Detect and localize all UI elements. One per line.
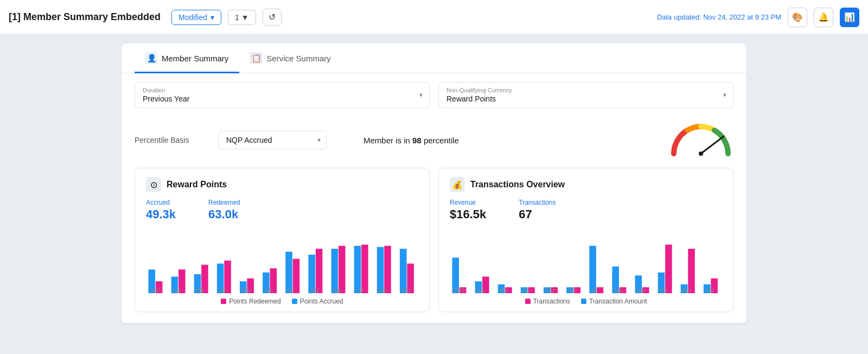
refresh-icon: ↺ [269, 12, 276, 22]
transactions-count-metric: Transactions 67 [519, 199, 556, 222]
svg-text:Feb: Feb [476, 287, 485, 293]
percentile-result-text: Member is in 98 percentile [363, 136, 459, 145]
legend-amount: Transaction Amount [581, 298, 647, 305]
page-title: [1] Member Summary Embedded [9, 11, 161, 23]
palette-button[interactable]: 🎨 [788, 8, 807, 27]
duration-dropdown[interactable]: Duration Previous Year ▾ [135, 82, 430, 108]
svg-text:2022: 2022 [454, 287, 464, 293]
redeemed-label: Redeemed [208, 199, 240, 206]
transactions-card-header: 💰 Transactions Overview [450, 177, 722, 192]
svg-text:Dec: Dec [402, 287, 411, 293]
filter-button[interactable]: 1 ▼ [228, 10, 256, 25]
cards-row: ⊙ Reward Points Accrued 49.3k Redeemed 6… [122, 168, 746, 312]
redeemed-metric: Redeemed 63.0k [208, 199, 240, 222]
svg-text:Jun: Jun [569, 287, 576, 293]
bell-button[interactable]: 🔔 [814, 8, 833, 27]
svg-text:Apr: Apr [522, 287, 531, 293]
transactions-legend: Transactions Transaction Amount [450, 298, 722, 305]
reward-points-card: ⊙ Reward Points Accrued 49.3k Redeemed 6… [135, 168, 430, 312]
svg-text:Aug: Aug [310, 287, 319, 293]
svg-text:Dec: Dec [706, 287, 714, 293]
transactions-metrics: Revenue $16.5k Transactions 67 [450, 199, 722, 222]
accrued-dot [292, 299, 297, 304]
filter-icon: ▼ [241, 13, 249, 22]
filter-row: Duration Previous Year ▾ Non-Qualifying … [122, 73, 746, 117]
topbar: [1] Member Summary Embedded Modified ▾ 1… [0, 0, 868, 35]
data-updated-text: Data updated: Nov 24, 2022 at 9:23 PM [657, 13, 781, 21]
reward-card-header: ⊙ Reward Points [146, 177, 418, 192]
svg-text:May: May [242, 287, 251, 293]
svg-text:Sep: Sep [333, 287, 342, 293]
percentile-chevron-icon: ▾ [317, 136, 321, 144]
svg-rect-50 [589, 246, 596, 293]
percentile-row: Percentile Basis NQP Accrued ▾ Member is… [122, 117, 746, 168]
revenue-label: Revenue [450, 199, 486, 206]
percentile-basis-dropdown[interactable]: NQP Accrued ▾ [218, 131, 327, 149]
reward-chart: 2022 Feb Mar Apr May Jun Jul Aug Sep Oct… [146, 228, 418, 293]
accrued-label: Accrued [146, 199, 176, 206]
transactions-card-title: Transactions Overview [470, 180, 565, 189]
service-icon: 📋 [250, 52, 262, 64]
svg-text:May: May [546, 287, 555, 293]
revenue-metric: Revenue $16.5k [450, 199, 486, 222]
legend-redeemed: Points Redeemed [221, 298, 280, 305]
currency-chevron-icon: ▾ [723, 91, 726, 99]
reward-icon: ⊙ [146, 177, 161, 192]
transactions-icon: 💰 [450, 177, 465, 192]
svg-text:2022: 2022 [150, 287, 161, 293]
svg-text:Jul: Jul [288, 287, 293, 293]
redeemed-value: 63.0k [208, 207, 240, 222]
svg-text:Sep: Sep [637, 287, 646, 293]
svg-text:Nov: Nov [682, 287, 691, 293]
member-icon: 👤 [145, 52, 157, 64]
svg-text:Aug: Aug [614, 287, 623, 293]
content-panel: 👤 Member Summary 📋 Service Summary Durat… [122, 43, 746, 323]
currency-label: Non-Qualifying Currency [446, 87, 725, 93]
svg-point-1 [699, 151, 703, 156]
svg-text:Apr: Apr [219, 287, 227, 293]
svg-text:Oct: Oct [356, 287, 363, 293]
svg-text:Nov: Nov [379, 287, 387, 293]
svg-line-0 [701, 136, 724, 154]
currency-dropdown[interactable]: Non-Qualifying Currency Reward Points ▾ [438, 82, 733, 108]
transactions-dot [525, 299, 531, 304]
chart-icon: 📊 [844, 12, 855, 22]
legend-transactions: Transactions [525, 298, 570, 305]
svg-rect-15 [293, 259, 300, 293]
transactions-card: 💰 Transactions Overview Revenue $16.5k T… [438, 168, 733, 312]
legend-accrued: Points Accrued [292, 298, 343, 305]
duration-chevron-icon: ▾ [419, 91, 423, 99]
svg-text:Feb: Feb [173, 287, 181, 293]
accrued-value: 49.3k [146, 207, 176, 222]
transactions-count-value: 67 [519, 207, 556, 222]
main-area: 👤 Member Summary 📋 Service Summary Durat… [0, 35, 868, 332]
svg-text:Oct: Oct [660, 287, 667, 293]
currency-value: Reward Points [446, 94, 725, 103]
svg-rect-51 [597, 287, 604, 293]
percentile-basis-label: Percentile Basis [135, 136, 205, 144]
reward-legend: Points Redeemed Points Accrued [146, 298, 418, 305]
chart-button[interactable]: 📊 [840, 8, 859, 27]
svg-rect-23 [384, 246, 391, 293]
svg-rect-19 [339, 246, 346, 293]
svg-rect-57 [665, 245, 672, 293]
amount-dot [581, 299, 586, 304]
redeemed-dot [221, 299, 226, 304]
transactions-count-label: Transactions [519, 199, 556, 206]
revenue-value: $16.5k [450, 207, 486, 222]
bell-icon: 🔔 [818, 12, 829, 22]
svg-rect-21 [361, 245, 368, 293]
accrued-metric: Accrued 49.3k [146, 199, 176, 222]
tab-member-summary[interactable]: 👤 Member Summary [135, 43, 239, 73]
tab-service-summary[interactable]: 📋 Service Summary [239, 43, 341, 73]
modified-button[interactable]: Modified ▾ [171, 10, 221, 25]
duration-label: Duration [143, 87, 422, 93]
refresh-button[interactable]: ↺ [263, 9, 282, 26]
reward-card-title: Reward Points [167, 180, 227, 189]
palette-icon: 🎨 [792, 12, 803, 22]
svg-text:Jun: Jun [265, 287, 272, 293]
svg-text:Mar: Mar [500, 287, 508, 293]
transactions-chart: 2022 Feb Mar Apr May Jun Jul Aug Sep Oct… [450, 228, 722, 293]
svg-rect-20 [354, 246, 361, 293]
tab-bar: 👤 Member Summary 📋 Service Summary [122, 43, 746, 73]
